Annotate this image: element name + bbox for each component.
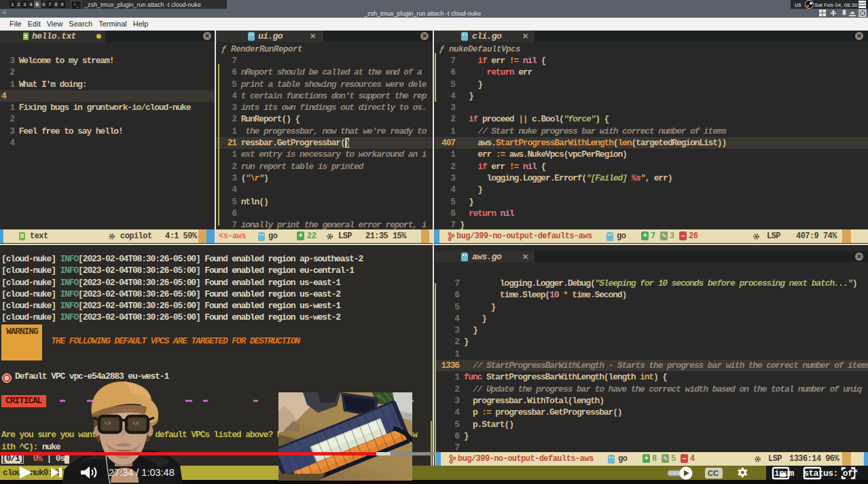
svg-text:CC: CC — [708, 469, 719, 477]
svg-text:27:34 / 1:03:48: 27:34 / 1:03:48 — [109, 467, 175, 478]
